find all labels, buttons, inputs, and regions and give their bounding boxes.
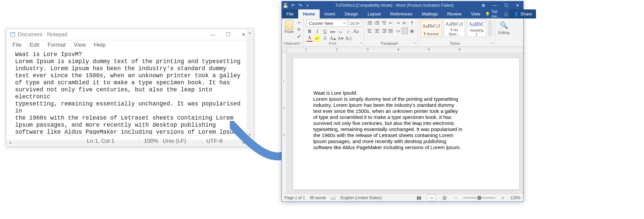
borders-button[interactable]: ▦ (409, 28, 415, 34)
font-dialog-launcher[interactable]: ⤡ (360, 42, 363, 45)
tab-layout[interactable]: Layout (363, 9, 385, 18)
activation-warning-icon[interactable]: ⚠ (502, 9, 509, 18)
shrink-font-button[interactable]: A▾ (337, 35, 343, 42)
minimize-button[interactable]: — (205, 29, 220, 40)
subscript-button[interactable]: x₂ (337, 28, 343, 35)
style-no-spacing[interactable]: AaBbCcI ¶ No Spac... (444, 19, 465, 37)
style-normal[interactable]: AaBbCcI ¶ Normal (421, 19, 442, 37)
tab-design[interactable]: Design (340, 9, 363, 18)
tab-mailings[interactable]: Mailings (417, 9, 443, 18)
scroll-up-icon[interactable]: ▴ (247, 30, 253, 36)
web-layout-button[interactable]: ▥ (440, 194, 448, 201)
maximize-button[interactable]: ☐ (220, 29, 236, 40)
document-viewport[interactable]: Waat is Lore IpsvM. Lorem Ipsum is simpl… (286, 53, 523, 193)
tab-file[interactable]: File (282, 9, 298, 18)
zoom-in-button[interactable]: + (500, 195, 505, 201)
qat-dropdown-icon[interactable]: ▾ (304, 2, 311, 9)
shading-button[interactable] (402, 28, 408, 34)
clear-formatting-button[interactable]: A◇ (345, 35, 352, 42)
ribbon-options-icon[interactable]: ⊞ (478, 1, 489, 9)
chevron-up-icon[interactable]: ▴ (488, 20, 492, 25)
increase-indent-button[interactable]: ⇥ (395, 19, 401, 26)
menu-file[interactable]: File (12, 42, 21, 48)
tab-selector[interactable]: ∟ (282, 47, 286, 53)
expand-gallery-icon[interactable]: ▾ (488, 31, 492, 36)
status-zoom[interactable]: 120% (510, 195, 521, 200)
paragraph-dialog-launcher[interactable]: ⤡ (414, 42, 416, 45)
word-status-bar: Page 1 of 1 95 words 📖 English (United S… (282, 193, 523, 202)
horizontal-ruler[interactable]: ∟ 1 2 3 4 5 6 (282, 47, 523, 53)
font-size-selector[interactable]: 10.5 ▾ (348, 19, 361, 27)
style-label: ¶ No Spac... (445, 27, 463, 36)
style-heading-1[interactable]: AaBbC Heading 1 (467, 19, 486, 37)
underline-button[interactable]: U (322, 28, 328, 35)
change-case-button[interactable]: Aa (353, 28, 359, 35)
word-maximize-button[interactable]: ☐ (500, 1, 512, 9)
styles-gallery-scroller[interactable]: ▴ ▾ ▾ (488, 20, 492, 36)
chevron-down-icon[interactable]: ▾ (488, 26, 492, 31)
share-button[interactable]: 👤 Share (509, 9, 536, 18)
zoom-out-button[interactable]: − (453, 195, 459, 201)
notepad-text-area[interactable]: Waat is Lore IpsvM? Lorem Ipsum is simpl… (6, 50, 253, 134)
document-page[interactable]: Waat is Lore IpsvM. Lorem Ipsum is simpl… (293, 58, 519, 189)
vruler-mark: 2 (283, 106, 285, 110)
grow-font-button[interactable]: A▴ (330, 35, 336, 42)
tab-home[interactable]: Home (298, 9, 320, 18)
tab-references[interactable]: References (385, 9, 417, 18)
menu-help[interactable]: Help (94, 42, 106, 48)
justify-button[interactable] (388, 28, 394, 34)
align-left-button[interactable] (367, 28, 373, 34)
multilevel-list-button[interactable] (381, 19, 387, 26)
save-icon[interactable]: 💾 (282, 2, 289, 9)
superscript-button[interactable]: x² (345, 28, 351, 35)
styles-dialog-launcher[interactable]: ⤡ (491, 42, 493, 45)
status-words[interactable]: 95 words (310, 195, 326, 200)
tab-review[interactable]: Review (442, 9, 466, 18)
group-editing: 🔍 Editing (495, 18, 513, 46)
highlight-button[interactable]: ᴀᴬ (314, 35, 320, 42)
redo-icon[interactable]: ↷ (297, 2, 304, 9)
decrease-indent-button[interactable]: ⇤ (388, 19, 394, 26)
text-effects-button[interactable]: A (322, 35, 328, 42)
italic-button[interactable]: I (314, 28, 320, 35)
document-text[interactable]: Waat is Lore IpsvM. Lorem Ipsum is simpl… (313, 90, 504, 150)
numbering-button[interactable]: 123 (374, 19, 380, 26)
spellcheck-icon[interactable]: 📖 (331, 195, 336, 200)
format-painter-button[interactable]: 🖌 (296, 33, 302, 39)
menu-view[interactable]: View (74, 42, 86, 48)
clipboard-dialog-launcher[interactable]: ⤡ (300, 42, 302, 45)
cut-button[interactable]: ✂ (296, 19, 302, 26)
align-center-button[interactable] (374, 28, 380, 34)
undo-icon[interactable]: ↶ (289, 2, 297, 9)
status-page[interactable]: Page 1 of 1 (284, 195, 305, 200)
notepad-title-bar[interactable]: Document - Notepad — ☐ ✕ (6, 29, 253, 40)
vertical-ruler[interactable]: 1 2 3 (282, 53, 286, 193)
zoom-slider-knob[interactable] (478, 196, 481, 200)
bullets-button[interactable] (367, 19, 373, 26)
font-name-selector[interactable]: Courier New ▾ (307, 19, 347, 27)
tab-view[interactable]: View (466, 9, 485, 18)
menu-edit[interactable]: Edit (30, 42, 39, 48)
show-marks-button[interactable]: ¶ (409, 19, 415, 26)
font-color-button[interactable]: A (307, 35, 313, 42)
find-button[interactable]: 🔍 (500, 21, 508, 29)
menu-format[interactable]: Format (48, 42, 66, 48)
status-language[interactable]: English (United States) (340, 195, 382, 200)
paste-button[interactable]: Paste (284, 19, 294, 38)
zoom-slider[interactable] (463, 197, 495, 199)
copy-button[interactable]: ⧉ (296, 26, 302, 32)
tab-insert[interactable]: Insert (320, 9, 340, 18)
word-close-button[interactable]: ✕ (512, 1, 523, 9)
bold-button[interactable]: B (307, 28, 313, 35)
read-mode-button[interactable]: ▮▮ (415, 194, 423, 201)
tell-me-search[interactable]: 💡 Tell me... (485, 9, 502, 18)
sort-button[interactable]: A↓ (402, 19, 408, 26)
line-spacing-button[interactable]: ↕≡ (395, 28, 401, 34)
word-minimize-button[interactable]: — (489, 1, 500, 9)
strikethrough-button[interactable]: abe (330, 28, 336, 35)
word-title-bar[interactable]: 💾 ↶ ↷ ▾ TxtToWord [Compatibility Mode] -… (282, 1, 523, 9)
align-right-button[interactable] (381, 28, 387, 34)
paragraph-group-label: Paragraph (364, 41, 415, 45)
print-layout-button[interactable]: ▭ (428, 194, 436, 201)
ruler-mark: 1 (305, 48, 307, 51)
